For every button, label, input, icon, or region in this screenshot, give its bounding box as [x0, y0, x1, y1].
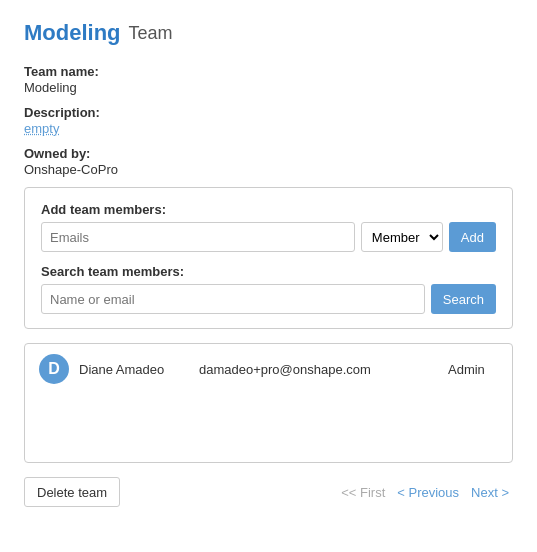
team-name-label: Team name:	[24, 64, 513, 79]
page-header: Modeling Team	[24, 20, 513, 46]
page-title: Modeling	[24, 20, 121, 46]
add-search-card: Add team members: Member Admin Add Searc…	[24, 187, 513, 329]
role-select[interactable]: Member Admin	[361, 222, 443, 252]
next-page-link[interactable]: Next >	[467, 483, 513, 502]
search-members-label: Search team members:	[41, 264, 496, 279]
description-label: Description:	[24, 105, 513, 120]
team-name-value: Modeling	[24, 80, 513, 95]
owned-by-section: Owned by: Onshape-CoPro	[24, 146, 513, 177]
search-button[interactable]: Search	[431, 284, 496, 314]
first-page-link[interactable]: << First	[337, 483, 389, 502]
members-list-card: D Diane Amadeo damadeo+pro@onshape.com A…	[24, 343, 513, 463]
add-member-row: Member Admin Add	[41, 222, 496, 252]
footer: Delete team << First < Previous Next >	[24, 477, 513, 507]
search-row: Search	[41, 284, 496, 314]
owned-by-value: Onshape-CoPro	[24, 162, 513, 177]
avatar-letter: D	[48, 360, 60, 378]
delete-team-button[interactable]: Delete team	[24, 477, 120, 507]
search-input[interactable]	[41, 284, 425, 314]
member-role: Admin	[448, 362, 498, 377]
page-subtitle: Team	[129, 23, 173, 44]
add-button[interactable]: Add	[449, 222, 496, 252]
table-row: D Diane Amadeo damadeo+pro@onshape.com A…	[25, 344, 512, 394]
member-name: Diane Amadeo	[79, 362, 189, 377]
email-input[interactable]	[41, 222, 355, 252]
previous-page-link[interactable]: < Previous	[393, 483, 463, 502]
description-section: Description: empty	[24, 105, 513, 136]
description-value[interactable]: empty	[24, 121, 513, 136]
add-members-label: Add team members:	[41, 202, 496, 217]
pagination: << First < Previous Next >	[337, 483, 513, 502]
team-name-section: Team name: Modeling	[24, 64, 513, 95]
owned-by-label: Owned by:	[24, 146, 513, 161]
avatar: D	[39, 354, 69, 384]
member-email: damadeo+pro@onshape.com	[199, 362, 438, 377]
